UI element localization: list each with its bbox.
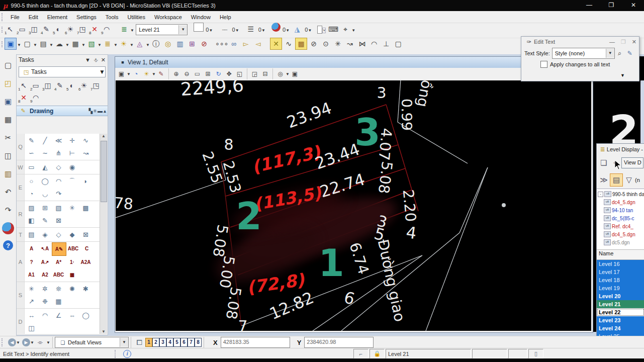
origin-snap-icon[interactable]: ✳	[332, 38, 343, 49]
palette-tool-t-0-0[interactable]: ▤	[25, 228, 38, 241]
line-weight-icon[interactable]: ☰	[245, 24, 256, 35]
palette-tool-q-1-2[interactable]: ⋔	[52, 147, 65, 159]
match-attributes-tool[interactable]: 4✎	[40, 23, 52, 35]
task-tool-6[interactable]: 6☀	[78, 79, 90, 92]
palette-tool-r-0-4[interactable]: ▩	[79, 202, 93, 214]
tree-item-3[interactable]: v8Ref. dc4_	[597, 222, 644, 230]
perspective-caret[interactable]: ▼	[46, 340, 50, 345]
palette-tool-r-1-2[interactable]: ⊠	[52, 214, 65, 227]
link-icon[interactable]: ∞	[228, 38, 239, 49]
color-caret[interactable]: ▼	[209, 28, 213, 33]
palette-tool-a-0-0[interactable]: A	[25, 242, 38, 255]
view-next-icon[interactable]: ◲	[250, 69, 259, 79]
palette-scroll-thumb[interactable]	[101, 141, 107, 202]
minimize-button[interactable]: —	[579, 0, 599, 10]
multi-snap-icon[interactable]: ▢	[393, 38, 404, 49]
drop-tool[interactable]: 7◳	[76, 23, 88, 35]
update-view-icon[interactable]: ✎	[156, 69, 166, 79]
cut-icon[interactable]: ✂	[2, 132, 14, 144]
levels-name-header[interactable]: Name	[597, 249, 644, 260]
palette-scrollbar[interactable]: ▲▼	[100, 134, 107, 334]
level-manager-icon[interactable]: ≣	[102, 38, 113, 49]
models-icon[interactable]: ▣	[5, 38, 17, 50]
task-tool-4[interactable]: 4✎	[54, 79, 66, 92]
back-caret[interactable]: ▼	[16, 340, 20, 345]
view-toggle-6[interactable]: 6	[180, 338, 188, 347]
window-area-icon[interactable]: ▭	[193, 69, 202, 79]
menu-help[interactable]: Help	[215, 13, 236, 22]
menu-utilities[interactable]: Utilities	[123, 13, 150, 22]
web-browser-icon[interactable]	[2, 222, 14, 234]
pin-icon[interactable]: ⎀	[94, 57, 98, 63]
close-button[interactable]: ✕	[623, 0, 643, 10]
view-toggle-dialog-icon[interactable]: ⧠	[134, 337, 145, 348]
clip-volume-icon-caret[interactable]: ▼	[286, 72, 290, 76]
undo-icon[interactable]: ↶	[2, 186, 14, 198]
transparency-caret[interactable]: ▼	[308, 28, 312, 33]
palette-tool-s-0-3[interactable]: ✺	[65, 283, 79, 295]
text-style-editor-icon[interactable]: ✎	[625, 48, 634, 59]
magnifier-icon[interactable]: ⌕	[615, 48, 624, 59]
view-group-combo[interactable]: ❑ Default Views ▼	[55, 337, 129, 348]
palette-tool-s-1-1[interactable]: ❉	[38, 295, 52, 308]
palette-tool-q-1-1[interactable]: ∼	[38, 147, 52, 159]
forward-button[interactable]: ▶	[22, 338, 30, 346]
palette-tool-e-0-0[interactable]: ○	[25, 175, 38, 188]
keyin-caret[interactable]: ˅	[322, 28, 326, 33]
midpoint-snap-icon[interactable]: ⊘	[308, 38, 319, 49]
level-row-17[interactable]: Level 17	[597, 268, 644, 276]
edit-text-titlebar[interactable]: ✑ Edit Text — ❐ ✕	[521, 37, 639, 47]
restore-button[interactable]: ❐	[601, 0, 621, 10]
fence-segment[interactable]	[508, 349, 527, 358]
palette-tool-s-0-0[interactable]: ✳	[25, 283, 38, 295]
tasks-close-icon[interactable]: ✕	[101, 57, 106, 63]
popset-icon[interactable]: ⊘	[199, 38, 210, 49]
palette-tool-q-0-3[interactable]: ✛	[65, 134, 79, 147]
dialog-close-icon[interactable]: ✕	[632, 39, 636, 45]
palette-tool-w-0-2[interactable]: ◇	[52, 161, 65, 173]
tasks-panel-titlebar[interactable]: Tasks ▼⎀✕	[17, 55, 108, 65]
task-tool-3[interactable]: 3◫	[42, 79, 54, 92]
tree-item-5[interactable]: v8dc5.dgn	[597, 238, 644, 246]
palette-scroll-down[interactable]: ▼	[100, 329, 107, 334]
selection-segment[interactable]	[472, 349, 507, 358]
level-tree-icon[interactable]: ▤	[610, 173, 623, 187]
dialog-expand-icon[interactable]: ▼	[620, 73, 625, 78]
palette-tool-e-1-1[interactable]: ◡	[38, 188, 52, 200]
snap-mode-segment[interactable]: ⌐	[353, 349, 369, 358]
view-toggle-5[interactable]: 5	[173, 338, 180, 347]
save-icon[interactable]: ▣	[2, 96, 14, 108]
rotate-view-icon[interactable]: ↻	[214, 69, 223, 79]
drawing-task-header[interactable]: ✎ Drawing ▚≡▬▴	[17, 106, 108, 116]
palette-tool-r-0-0[interactable]: ▨	[25, 202, 38, 214]
palette-tool-a-2-2[interactable]: ABC	[52, 268, 65, 281]
palette-tool-q-0-4[interactable]: ∿	[79, 134, 93, 147]
active-level-combo[interactable]: Level 21 ▼	[136, 24, 188, 35]
palette-tool-q-0-2[interactable]: ≪	[52, 134, 65, 147]
intersection-snap-icon[interactable]: ⋈	[356, 38, 367, 49]
palette-tool-a-0-1[interactable]: ↖A	[38, 242, 52, 255]
x-coordinate-field[interactable]: 428183.35	[221, 337, 290, 348]
accudraw-icon[interactable]: ⊞	[187, 38, 198, 49]
palette-tool-r-0-3[interactable]: ✳	[65, 202, 79, 214]
text-style-combo[interactable]: Style (none) ▼	[552, 48, 615, 59]
apply-all-checkbox[interactable]	[540, 61, 547, 68]
palette-tool-q-0-0[interactable]: ✎	[25, 134, 38, 147]
keyin-send-icon[interactable]: ⌨	[328, 24, 339, 35]
palette-tool-r-0-2[interactable]: ▧	[52, 202, 65, 214]
task-tool-2[interactable]: 2▭	[30, 79, 42, 92]
fit-view-icon[interactable]: ⊞	[203, 69, 213, 79]
view-group-caret[interactable]: ▼	[120, 338, 128, 347]
palette-tool-e-0-3[interactable]: ⌒	[65, 175, 79, 188]
palette-tool-s-1-2[interactable]: ▦	[52, 295, 65, 308]
menu-window[interactable]: Window	[187, 13, 215, 22]
palette-tool-a-2-1[interactable]: A2	[38, 268, 52, 281]
change-attributes-tool[interactable]: 5◐	[52, 23, 64, 35]
view-toggle-8[interactable]: 8	[195, 338, 202, 347]
import-folder-icon[interactable]: ◅	[252, 38, 263, 49]
copy-icon[interactable]: ◫	[2, 150, 14, 162]
palette-tool-q-1-4[interactable]: ↝	[79, 147, 93, 159]
models-icon-caret[interactable]: ▼	[17, 43, 21, 47]
level-row-18[interactable]: Level 18	[597, 276, 644, 284]
view-perspective-icon[interactable]: ⌯	[35, 337, 46, 348]
